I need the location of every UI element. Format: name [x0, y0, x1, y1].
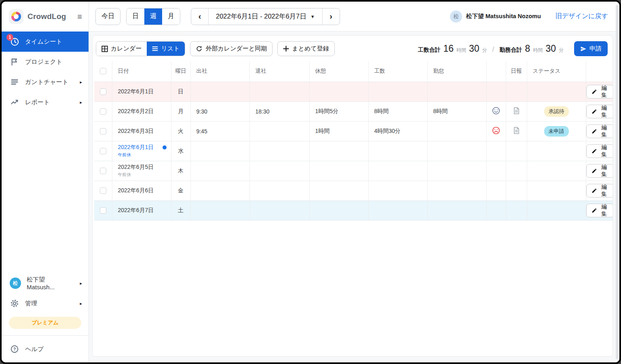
today-button[interactable]: 今日 — [95, 8, 120, 25]
hamburger-menu-icon[interactable]: ≡ — [77, 12, 82, 21]
list-view-button[interactable]: リスト — [147, 42, 185, 56]
timesheet-table-body: 2022年6月1日 日 編集 — [94, 82, 613, 220]
crowdlog-app: CrowdLog ≡ 1 タイムシート プロジェクト — [2, 2, 619, 362]
submit-button[interactable]: 申請 — [574, 41, 608, 56]
gear-icon — [10, 299, 19, 308]
edit-button-label: 編集 — [600, 144, 609, 158]
crowdlog-logo[interactable] — [9, 9, 23, 24]
row-date-text[interactable]: 2022年6月2日 — [118, 108, 154, 114]
vertical-scrollbar[interactable] — [616, 5, 618, 359]
topbar-user-avatar: 松 — [450, 11, 462, 23]
row-clock-out — [249, 181, 309, 200]
edit-button[interactable]: 編集 — [586, 124, 613, 138]
row-date-cell: 2022年6月1日 — [112, 82, 171, 101]
calendar-view-button[interactable]: カレンダー — [96, 42, 147, 56]
row-checkbox[interactable] — [100, 128, 106, 135]
sidebar-item-help[interactable]: ? ヘルプ — [2, 337, 89, 361]
row-clock-in — [190, 82, 249, 101]
edit-button[interactable]: 編集 — [586, 184, 613, 198]
totals-separator: / — [492, 45, 494, 54]
row-checkbox[interactable] — [100, 88, 106, 95]
table-row: 2022年6月6日 金 編集 — [94, 181, 613, 200]
row-date-text[interactable]: 2022年6月1日 — [118, 88, 154, 95]
legacy-design-link[interactable]: 旧デザインに戻す — [556, 12, 608, 21]
pencil-icon — [591, 109, 597, 114]
gantt-chart-icon — [10, 77, 19, 87]
report-document-icon[interactable] — [513, 127, 520, 134]
chevron-down-icon: ▼ — [310, 14, 315, 19]
edit-button[interactable]: 編集 — [586, 105, 613, 118]
header-mood — [486, 61, 506, 82]
edit-button[interactable]: 編集 — [586, 204, 613, 217]
edit-button[interactable]: 編集 — [586, 85, 613, 99]
report-document-icon[interactable] — [513, 107, 520, 114]
row-checkbox[interactable] — [100, 108, 106, 115]
row-attendance — [427, 181, 486, 200]
row-checkbox[interactable] — [100, 207, 106, 214]
row-clock-in — [190, 161, 249, 181]
pencil-icon — [591, 128, 597, 134]
sidebar-item-label: プロジェクト — [25, 58, 62, 66]
row-date-text[interactable]: 2022年6月3日 — [118, 128, 154, 134]
row-date-cell: 2022年6月1日 午前休 — [112, 141, 171, 161]
view-mode-week[interactable]: 週 — [144, 8, 162, 25]
row-checkbox[interactable] — [100, 148, 106, 154]
view-mode-month[interactable]: 月 — [162, 8, 180, 25]
edit-button-label: 編集 — [600, 183, 609, 198]
row-date-text[interactable]: 2022年6月5日 — [118, 164, 154, 170]
row-clock-out — [249, 141, 309, 161]
header-attendance: 勤怠 — [427, 61, 486, 82]
topbar-user-name: 松下望 Matsushita Nozomu — [466, 13, 541, 20]
edit-button-label: 編集 — [600, 84, 609, 99]
row-dow: 水 — [171, 141, 190, 161]
row-work: 8時間 — [368, 101, 427, 121]
brand-name: CrowdLog — [27, 12, 66, 21]
totals-summary: 工数合計 16 時間 30 分 / 勤務合計 8 時間 30 分 — [418, 43, 564, 54]
next-period-button[interactable]: › — [323, 8, 340, 25]
trending-up-icon — [10, 97, 19, 107]
row-date-note: 午前休 — [118, 172, 171, 178]
flag-icon — [10, 57, 19, 67]
bulk-register-button[interactable]: まとめて登録 — [277, 41, 334, 56]
sidebar-item-gantt[interactable]: ガントチャート ▸ — [2, 72, 89, 92]
row-work — [368, 82, 427, 101]
row-checkbox[interactable] — [100, 168, 106, 174]
date-navigator: ‹ 2022年6月1日 - 2022年6月7日 ▼ › — [191, 8, 340, 25]
row-date-text[interactable]: 2022年6月1日 — [118, 144, 154, 150]
row-work: 4時間30分 — [368, 121, 427, 141]
prev-period-button[interactable]: ‹ — [191, 8, 208, 25]
paper-plane-icon — [580, 46, 587, 52]
edit-button[interactable]: 編集 — [586, 164, 613, 178]
row-date-text[interactable]: 2022年6月6日 — [118, 187, 154, 194]
sidebar-user-menu[interactable]: 松 松下望 Matsush... ▸ — [2, 273, 89, 293]
sidebar-item-admin[interactable]: 管理 ▸ — [2, 293, 89, 314]
select-all-checkbox[interactable] — [100, 68, 106, 74]
view-mode-day[interactable]: 日 — [127, 8, 144, 25]
calendar-list-toggle: カレンダー リスト — [96, 41, 185, 56]
header-status: ステータス — [527, 61, 586, 82]
row-attendance — [427, 200, 486, 220]
row-break — [309, 181, 368, 200]
edit-button[interactable]: 編集 — [586, 144, 613, 158]
row-checkbox[interactable] — [100, 187, 106, 194]
premium-button[interactable]: プレミアム — [9, 317, 81, 329]
row-work — [368, 161, 427, 181]
sidebar-item-report[interactable]: レポート ▸ — [2, 92, 89, 112]
sidebar-item-label: レポート — [25, 99, 50, 106]
sidebar-user-label: 松下望 Matsush... — [27, 276, 74, 290]
work-total-minutes: 30 — [469, 43, 479, 54]
row-date-text[interactable]: 2022年6月7日 — [118, 207, 154, 213]
sidebar-item-label: タイムシート — [25, 38, 62, 46]
header-report: 日報 — [506, 61, 527, 82]
table-row: 2022年6月1日 日 編集 — [94, 82, 613, 101]
mood-happy-icon — [492, 106, 501, 115]
date-range-picker[interactable]: 2022年6月1日 - 2022年6月7日 ▼ — [208, 8, 323, 25]
edit-button-label: 編集 — [600, 104, 609, 119]
row-clock-in: 9:45 — [190, 121, 249, 141]
mood-sad-icon — [492, 126, 501, 135]
header-break: 休憩 — [309, 61, 368, 82]
sidebar-item-timesheet[interactable]: 1 タイムシート — [2, 32, 89, 52]
sync-external-calendar-button[interactable]: 外部カレンダーと同期 — [190, 41, 272, 56]
pencil-icon — [591, 188, 597, 194]
sidebar-item-project[interactable]: プロジェクト — [2, 52, 89, 72]
